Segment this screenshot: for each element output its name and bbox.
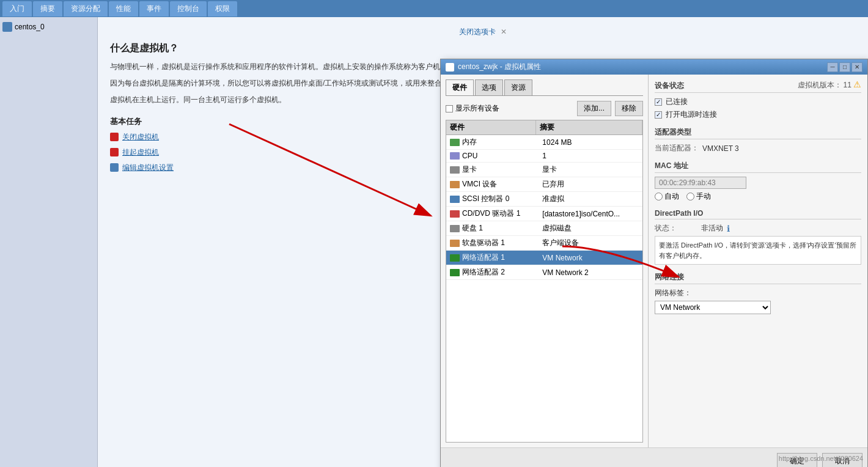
mac-auto-radio[interactable]: 自动 xyxy=(655,191,679,202)
vm-version-label: 虚拟机版本： 11 ⚠ xyxy=(798,79,861,90)
hw-row-cdrom[interactable]: CD/DVD 驱动器 1 [datastore1]iso/CentO... xyxy=(446,207,642,221)
tab-events[interactable]: 事件 xyxy=(139,1,169,17)
tab-permissions[interactable]: 权限 xyxy=(208,1,237,17)
hw-row-memory[interactable]: 内存 1024 MB xyxy=(446,135,642,150)
col-header-summary: 摘要 xyxy=(536,120,642,134)
close-tab-section: 关闭选项卡 ✕ xyxy=(110,27,856,37)
mac-value-row xyxy=(655,177,861,189)
edit-icon xyxy=(110,163,119,172)
vmci-icon xyxy=(450,181,460,188)
adapter-current-value: VMXNET 3 xyxy=(702,144,739,153)
sidebar: centos_0 xyxy=(0,17,98,467)
tab-resources[interactable]: 资源 xyxy=(504,79,532,95)
info-icon[interactable]: ℹ xyxy=(727,224,730,234)
mac-radio-group: 自动 手动 xyxy=(655,191,861,202)
dialog-tabs: 硬件 选项 资源 xyxy=(446,79,643,96)
directpath-title: DirectPath I/O xyxy=(655,209,861,219)
adapter-type-title: 适配器类型 xyxy=(655,127,861,139)
tab-hardware[interactable]: 硬件 xyxy=(446,79,474,95)
network-connection-section: 网络连接 网络标签： VM Network VM Network 2 xyxy=(655,272,861,314)
task-suspend-label[interactable]: 挂起虚拟机 xyxy=(122,147,159,158)
adapter-type-section: 适配器类型 当前适配器： VMXNET 3 xyxy=(655,127,861,153)
network-label: 网络标签： xyxy=(655,288,691,298)
disk-icon xyxy=(450,225,460,232)
mac-address-title: MAC 地址 xyxy=(655,161,861,173)
top-nav: 入门 摘要 资源分配 性能 事件 控制台 权限 xyxy=(0,0,868,17)
hw-row-floppy[interactable]: 软盘驱动器 1 客户端设备 xyxy=(446,236,642,251)
sidebar-vm-name: centos_0 xyxy=(15,23,45,31)
cdrom-icon xyxy=(450,210,460,218)
dialog-vm-icon xyxy=(446,63,454,72)
hw-row-cpu[interactable]: CPU 1 xyxy=(446,150,642,163)
display-icon xyxy=(450,166,460,174)
directpath-status-row: 状态： 非活动 ℹ xyxy=(655,223,861,234)
mac-input[interactable] xyxy=(655,177,746,189)
vm-properties-dialog: centos_zwjk - 虚拟机属性 ─ □ ✕ 硬件 选项 资源 xyxy=(440,59,868,467)
vm-icon xyxy=(2,22,12,32)
connected-label: 已连接 xyxy=(666,97,688,107)
directpath-status-key: 状态： xyxy=(655,223,697,234)
hw-row-disk[interactable]: 硬盘 1 虚拟磁盘 xyxy=(446,221,642,236)
suspend-icon xyxy=(110,148,119,156)
net2-icon xyxy=(450,269,460,276)
watermark: http://blog.csdn.net/J080624 xyxy=(779,455,863,462)
network-connection-title: 网络连接 xyxy=(655,272,861,284)
table-header: 硬件 摘要 xyxy=(446,120,642,135)
cpu-icon xyxy=(450,152,460,160)
hw-row-net2[interactable]: 网络适配器 2 VM Network 2 xyxy=(446,265,642,280)
dialog-title: centos_zwjk - 虚拟机属性 xyxy=(458,62,541,72)
remove-device-btn[interactable]: 移除 xyxy=(615,101,643,116)
mac-address-section: MAC 地址 自动 手动 xyxy=(655,161,861,202)
connected-row: ✓ 已连接 xyxy=(655,97,861,107)
shutdown-icon xyxy=(110,133,119,141)
tab-intro[interactable]: 入门 xyxy=(2,1,32,17)
main-content: 关闭选项卡 ✕ 什么是虚拟机？ 与物理机一样，虚拟机是运行操作系统和应用程序的软… xyxy=(98,17,868,467)
intro-title: 什么是虚拟机？ xyxy=(110,42,856,55)
show-devices-checkbox[interactable] xyxy=(446,105,453,112)
directpath-description: 要激活 DirectPath I/O，请转到'资源'选项卡，选择'内存设置'预留… xyxy=(655,236,861,265)
tab-options[interactable]: 选项 xyxy=(475,79,503,95)
sidebar-logo: centos_0 xyxy=(2,22,95,32)
dialog-close-btn[interactable]: ✕ xyxy=(851,62,862,72)
network-label-row: 网络标签： xyxy=(655,288,861,298)
show-devices-label: 显示所有设备 xyxy=(455,103,499,114)
memory-icon xyxy=(450,139,460,146)
titlebar-left: centos_zwjk - 虚拟机属性 xyxy=(446,62,541,72)
close-tab-icon[interactable]: ✕ xyxy=(501,28,507,36)
tab-resource[interactable]: 资源分配 xyxy=(64,1,108,17)
power-on-label: 打开电源时连接 xyxy=(666,109,717,120)
dialog-right-panel: 虚拟机版本： 11 ⚠ 设备状态 ✓ 已连接 ✓ 打开电源时连接 xyxy=(649,75,867,447)
connected-checkbox[interactable]: ✓ xyxy=(655,98,662,106)
dialog-body: 硬件 选项 资源 显示所有设备 添加... 移除 xyxy=(441,75,867,447)
dialog-minimize-btn[interactable]: ─ xyxy=(827,62,838,72)
task-edit-label[interactable]: 编辑虚拟机设置 xyxy=(122,163,174,173)
dialog-restore-btn[interactable]: □ xyxy=(839,62,850,72)
net1-icon xyxy=(450,254,460,262)
hardware-table: 硬件 摘要 内存 1024 MB CPU 1 xyxy=(446,120,643,443)
adapter-current-row: 当前适配器： VMXNET 3 xyxy=(655,143,861,153)
power-on-connect-row: ✓ 打开电源时连接 xyxy=(655,109,861,120)
network-select-row: VM Network VM Network 2 xyxy=(655,301,861,314)
directpath-status-value: 非活动 xyxy=(701,223,723,234)
network-select[interactable]: VM Network VM Network 2 xyxy=(655,301,771,314)
scsi-icon xyxy=(450,196,460,203)
show-devices-row: 显示所有设备 添加... 移除 xyxy=(446,101,643,116)
tab-console[interactable]: 控制台 xyxy=(170,1,207,17)
hw-row-net1[interactable]: 网络适配器 1 VM Network xyxy=(446,251,642,265)
hw-row-vmci[interactable]: VMCI 设备 已弃用 xyxy=(446,177,642,192)
directpath-section: DirectPath I/O 状态： 非活动 ℹ 要激活 DirectPath … xyxy=(655,209,861,265)
power-on-checkbox[interactable]: ✓ xyxy=(655,111,662,119)
floppy-icon xyxy=(450,240,460,247)
dialog-controls: ─ □ ✕ xyxy=(827,62,862,72)
col-header-hardware: 硬件 xyxy=(446,120,536,134)
tab-performance[interactable]: 性能 xyxy=(109,1,138,17)
dialog-titlebar: centos_zwjk - 虚拟机属性 ─ □ ✕ xyxy=(441,59,867,75)
add-device-btn[interactable]: 添加... xyxy=(577,101,611,116)
mac-manual-radio[interactable]: 手动 xyxy=(686,191,711,202)
hw-row-display[interactable]: 显卡 显卡 xyxy=(446,163,642,177)
task-shutdown-label[interactable]: 关闭虚拟机 xyxy=(122,132,159,142)
close-tab-label[interactable]: 关闭选项卡 xyxy=(459,28,496,36)
hw-row-scsi[interactable]: SCSI 控制器 0 准虚拟 xyxy=(446,192,642,207)
tab-summary[interactable]: 摘要 xyxy=(33,1,62,17)
adapter-current-key: 当前适配器： xyxy=(655,143,699,153)
